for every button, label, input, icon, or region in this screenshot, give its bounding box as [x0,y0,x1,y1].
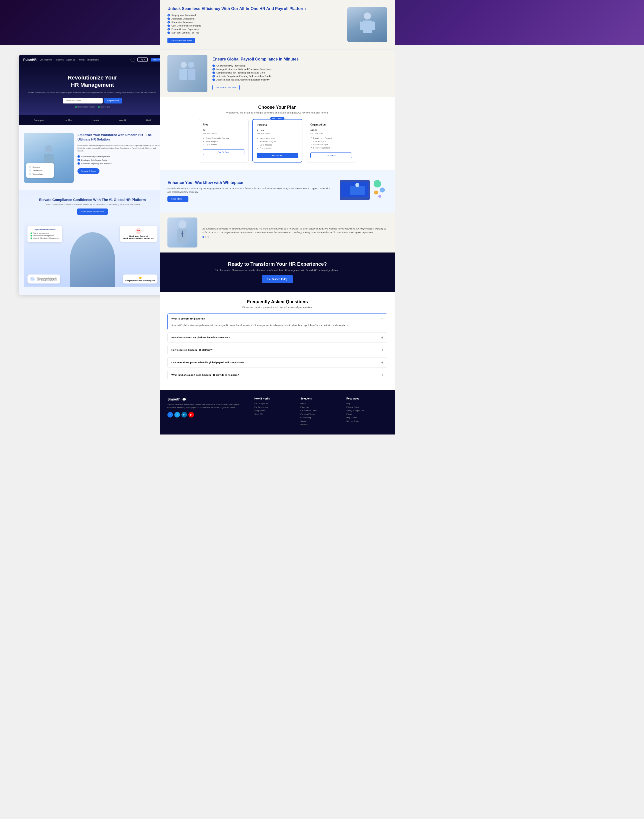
testimonial-content: As a passionate advocate for efficient H… [202,227,387,238]
plan-card-free: Free $0 Per user/month ✓Typical features… [199,119,248,163]
illustration-area: Top Software Features Payroll Management… [24,222,161,287]
faq-question-3[interactable]: How secure is Smooth HR platform? + [168,345,387,355]
footer-link-3-5[interactable]: Help Center [347,416,387,419]
pp-2: ✓Advanced analytics [257,140,298,143]
nav-link-about[interactable]: About us [66,58,75,61]
faq-question-5[interactable]: What kind of support does Smooth HR prov… [168,370,387,380]
footer-link-2-2[interactable]: Payments [301,406,341,408]
blue-check-5: ✓ [167,28,170,31]
faq-answer-1: Smooth HR platform is a comprehensive so… [168,324,387,330]
footer-col-title-1: How it works [255,397,295,400]
footer-social: f t in ▶ [167,412,249,418]
empower-section: Contracts Transactions Team settings Emp… [19,125,166,190]
register-button[interactable]: Register Now [104,98,122,103]
faq-toggle-4[interactable]: + [381,361,383,364]
nav-links: Our Platform Features About us Pricing I… [40,58,127,61]
unlock-cta-button[interactable]: Get Started For Free [167,38,195,43]
discount-icon: % [30,277,35,281]
twitter-icon[interactable]: t [175,412,180,418]
plan-btn-personal[interactable]: Get Started [257,153,298,158]
payroll-image [167,55,207,92]
nav-link-platform[interactable]: Our Platform [40,58,52,61]
plan-period-free: Per user/month [203,132,244,135]
payroll-panel: Ensure Global Payroll Compliance In Minu… [160,49,395,97]
hero-subtitle: Unlock streamlined processes and empower… [24,91,161,94]
svg-point-10 [374,180,381,187]
svg-point-18 [178,220,186,228]
footer-link-2-3[interactable]: For Finance Teams [301,410,341,412]
faq-toggle-5[interactable]: + [381,373,383,377]
po-4: ✓Custom integrations [310,147,352,149]
footer-link-3-2[interactable]: Privacy Policy [347,406,387,408]
blue-check-2: ✓ [167,17,170,20]
footer-link-2-4[interactable]: For Legal Teams [301,413,341,415]
payroll-feat-4: ✓ Automate Compliance Ensuring Reduces A… [212,75,387,77]
footer-link-2-7[interactable]: Benefits [301,424,341,426]
faq-toggle-3[interactable]: + [381,348,383,352]
footer-link-3-3[interactable]: Salary Hiring Guide [347,410,387,412]
plan-subtitle: Whether you are a start-up looking to st… [167,112,387,114]
faq-question-1[interactable]: What is Smooth HR platform? − [168,314,387,324]
payroll-check-2: ✓ [212,68,215,71]
faq-question-4[interactable]: Can Smooth HR platform handle global pay… [168,358,387,367]
demo-button[interactable]: Request A Demo [77,168,100,174]
payroll-cta-button[interactable]: Get Started For Free [212,85,240,90]
t-dot-2[interactable] [205,236,206,238]
support-card: 🤝 Comprehensive Two-Sided Support [123,275,158,284]
unlock-feat-2: ✓ Accelerate Onboarding [167,17,342,20]
plan-cards-container: Free $0 Per user/month ✓Typical features… [167,119,387,163]
testimonial-section: As a passionate advocate for efficient H… [160,212,395,252]
svg-point-11 [380,187,385,192]
facebook-icon[interactable]: f [167,412,173,418]
workflow-button[interactable]: Read More → [167,196,189,202]
check-dot-2 [98,106,100,108]
green-dot-2 [31,235,32,237]
footer-link-1-3[interactable]: Integrations [255,410,295,412]
faq-toggle-1[interactable]: − [381,317,383,321]
hero-form: Register Now [24,98,161,103]
fc-item-leave: Leave & Attendance Management [31,237,59,239]
nav-link-integrations[interactable]: Integrations [87,58,99,61]
book-demo-cost: Book Your Demo at Zero Cost [123,237,155,240]
search-icon[interactable] [130,58,135,62]
compliance-sub: Trust in Unmatched Compliance Solutions … [24,203,161,206]
compliance-cta-button[interactable]: See Smooth HR in Action [77,209,108,215]
t-dot-1[interactable] [202,236,204,238]
hero-title: Revolutionize Your HR Management [24,74,161,89]
unlock-feat-1: ✓ Simplify Your Team Work [167,14,342,17]
plan-btn-free[interactable]: Try For Free [203,149,244,155]
linkedin-icon[interactable]: in [181,412,187,418]
pf-2: ✓Basic analytics [203,140,244,143]
t-dot-3[interactable] [207,236,209,238]
footer-link-1-1[interactable]: For Companies [255,403,295,405]
cta-button[interactable]: Get Started Today [262,275,293,283]
compliance-section: Elevate Compliance Confidence With The #… [19,190,166,295]
footer-link-1-4[interactable]: Open API [255,413,295,415]
footer-link-2-6[interactable]: Savings [301,420,341,422]
footer-link-3-4[interactable]: Pricing [347,413,387,415]
faq-question-2[interactable]: How does Smooth HR platform benefit busi… [168,332,387,343]
footer-link-3-6[interactable]: Service Status [347,420,387,422]
footer-col-title-3: Resources [347,397,387,400]
unlock-image [347,7,387,42]
empower-features: ✓ Automated Payroll Management ✓ Employe… [77,155,161,165]
payroll-feat-1: ✓ On-Demand Pay Processing [212,65,387,67]
footer-link-1-2[interactable]: For Employees [255,406,295,408]
plan-title: Choose Your Plan [167,105,387,110]
footer-link-2-5[interactable]: Onboarding [301,416,341,419]
payroll-check-3: ✓ [212,72,215,74]
support-icon: 🤝 [126,277,155,279]
nav-link-features[interactable]: Features [55,58,64,61]
faq-toggle-2[interactable]: + [381,335,383,340]
nav-link-pricing[interactable]: Pricing [78,58,85,61]
footer-link-2-1[interactable]: Payroll [301,403,341,405]
youtube-icon[interactable]: ▶ [189,412,194,418]
login-button[interactable]: Log In [138,57,147,62]
unlock-feat-6: ✓ Start Your Journey For Free [167,32,342,34]
svg-point-17 [355,183,359,187]
email-input[interactable] [63,98,103,103]
plan-btn-org[interactable]: Get Started [310,152,352,158]
footer-brand: Smooth HR [167,397,249,401]
logo-hunia: Hunia [92,119,99,121]
footer-link-3-1[interactable]: Blog [347,403,387,405]
